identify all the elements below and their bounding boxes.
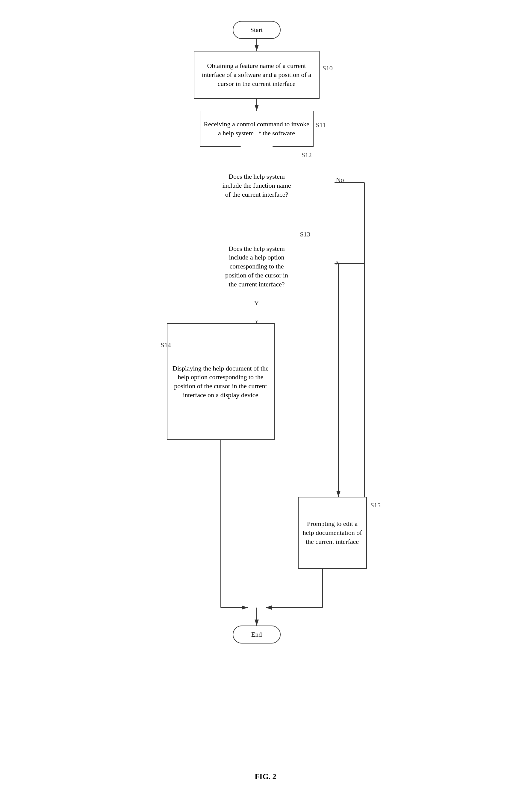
s12-no-label: No xyxy=(336,176,344,184)
figure-caption: FIG. 2 xyxy=(254,772,276,781)
end-node: End xyxy=(233,625,281,643)
s14-tag: S14 xyxy=(161,341,171,349)
s15-node: Prompting to edit a help documentation o… xyxy=(298,497,367,569)
s10-node: Obtaining a feature name of a current in… xyxy=(194,51,320,99)
flowchart: Start Obtaining a feature name of a curr… xyxy=(131,12,401,760)
start-node: Start xyxy=(233,21,281,39)
s12-tag: S12 xyxy=(302,151,312,159)
s11-tag: S11 xyxy=(316,121,326,129)
s13-tag: S13 xyxy=(300,230,310,238)
s13-yes-label: Y xyxy=(254,299,259,307)
s13-no-label: N xyxy=(335,259,340,267)
s10-tag: S10 xyxy=(323,64,333,72)
s15-tag: S15 xyxy=(371,501,381,509)
s14-node: Displaying the help document of the help… xyxy=(167,323,275,440)
